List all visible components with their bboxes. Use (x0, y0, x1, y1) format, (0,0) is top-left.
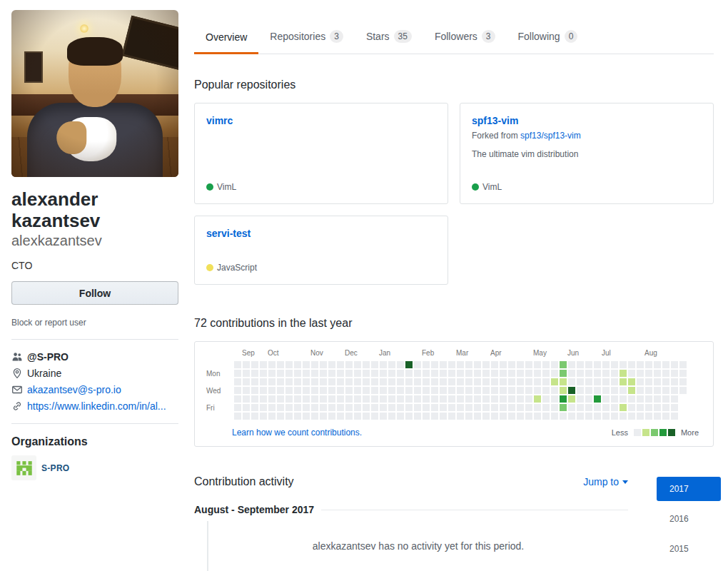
contribution-cell[interactable] (397, 395, 404, 403)
contribution-cell[interactable] (328, 370, 335, 377)
contribution-cell[interactable] (482, 378, 490, 385)
contribution-cell[interactable] (568, 404, 575, 411)
contribution-cell[interactable] (671, 361, 678, 368)
contribution-cell[interactable] (423, 404, 430, 411)
contribution-cell[interactable] (474, 395, 481, 403)
contribution-cell[interactable] (525, 378, 532, 385)
contribution-cell[interactable] (654, 413, 661, 420)
contribution-cell[interactable] (311, 387, 318, 394)
contribution-cell[interactable] (628, 361, 635, 368)
contribution-cell[interactable] (354, 370, 361, 377)
contribution-cell[interactable] (251, 404, 258, 411)
contribution-cell[interactable] (414, 378, 421, 385)
contribution-cell[interactable] (534, 395, 541, 403)
contribution-cell[interactable] (491, 361, 498, 368)
contribution-cell[interactable] (508, 395, 515, 403)
contribution-cell[interactable] (371, 395, 378, 403)
contribution-cell[interactable] (234, 395, 241, 403)
contribution-cell[interactable] (397, 387, 404, 394)
tab-overview[interactable]: Overview (194, 23, 258, 54)
contribution-cell[interactable] (671, 404, 678, 411)
contribution-cell[interactable] (525, 395, 532, 403)
contribution-cell[interactable] (285, 387, 293, 394)
contribution-cell[interactable] (602, 404, 610, 411)
contribution-cell[interactable] (551, 361, 558, 368)
contribution-cell[interactable] (380, 413, 387, 420)
contribution-cell[interactable] (620, 361, 627, 368)
contribution-cell[interactable] (268, 387, 275, 394)
contribution-cell[interactable] (671, 370, 678, 377)
contribution-cell[interactable] (474, 361, 481, 368)
contribution-cell[interactable] (560, 404, 567, 411)
contribution-cell[interactable] (277, 404, 284, 411)
tab-followers[interactable]: Followers 3 (423, 21, 507, 54)
contribution-cell[interactable] (440, 370, 447, 377)
contribution-cell[interactable] (525, 413, 532, 420)
contribution-cell[interactable] (243, 370, 250, 377)
contribution-cell[interactable] (482, 387, 490, 394)
contribution-cell[interactable] (285, 395, 293, 403)
contribution-cell[interactable] (602, 395, 610, 403)
contribution-cell[interactable] (500, 361, 507, 368)
contribution-cell[interactable] (508, 378, 515, 385)
contribution-cell[interactable] (448, 370, 455, 377)
contribution-cell[interactable] (491, 378, 498, 385)
contribution-cell[interactable] (628, 387, 635, 394)
contribution-cell[interactable] (491, 395, 498, 403)
contribution-cell[interactable] (311, 370, 318, 377)
contribution-cell[interactable] (363, 361, 370, 368)
year-2016-link[interactable]: 2016 (657, 507, 721, 531)
contribution-cell[interactable] (268, 378, 275, 385)
contribution-cell[interactable] (457, 404, 464, 411)
contribution-cell[interactable] (414, 361, 421, 368)
contribution-cell[interactable] (345, 387, 353, 394)
contribution-cell[interactable] (645, 361, 652, 368)
contribution-cell[interactable] (405, 404, 413, 411)
contribution-cell[interactable] (679, 361, 687, 368)
contribution-cell[interactable] (431, 387, 438, 394)
contribution-cell[interactable] (260, 378, 267, 385)
contribution-cell[interactable] (320, 404, 327, 411)
contribution-cell[interactable] (285, 370, 293, 377)
contribution-cell[interactable] (457, 387, 464, 394)
contribution-cell[interactable] (405, 361, 413, 368)
fork-source-link[interactable]: spf13/spf13-vim (520, 131, 581, 141)
contribution-cell[interactable] (423, 361, 430, 368)
contribution-cell[interactable] (294, 361, 301, 368)
year-2015-link[interactable]: 2015 (657, 537, 721, 561)
contribution-cell[interactable] (320, 395, 327, 403)
contribution-cell[interactable] (620, 378, 627, 385)
contribution-cell[interactable] (328, 378, 335, 385)
contribution-cell[interactable] (337, 413, 344, 420)
contribution-cell[interactable] (465, 395, 472, 403)
contribution-cell[interactable] (491, 413, 498, 420)
contribution-cell[interactable] (637, 361, 644, 368)
contribution-cell[interactable] (637, 387, 644, 394)
contribution-cell[interactable] (388, 413, 395, 420)
contribution-cell[interactable] (542, 378, 550, 385)
contribution-cell[interactable] (500, 378, 507, 385)
contribution-cell[interactable] (414, 370, 421, 377)
contribution-cell[interactable] (602, 413, 610, 420)
contribution-cell[interactable] (243, 361, 250, 368)
contribution-cell[interactable] (594, 387, 601, 394)
contribution-cell[interactable] (662, 361, 669, 368)
contribution-cell[interactable] (551, 413, 558, 420)
contribution-cell[interactable] (303, 387, 310, 394)
contribution-cell[interactable] (662, 370, 669, 377)
contribution-cell[interactable] (500, 370, 507, 377)
contribution-cell[interactable] (251, 413, 258, 420)
contribution-cell[interactable] (328, 387, 335, 394)
contribution-cell[interactable] (568, 387, 575, 394)
contribution-cell[interactable] (585, 370, 592, 377)
contribution-cell[interactable] (457, 370, 464, 377)
contribution-cell[interactable] (448, 395, 455, 403)
contribution-cell[interactable] (457, 395, 464, 403)
contribution-cell[interactable] (517, 387, 524, 394)
tab-repositories[interactable]: Repositories 3 (258, 21, 355, 54)
contribution-cell[interactable] (285, 378, 293, 385)
contribution-cell[interactable] (371, 378, 378, 385)
vcard-organization-label[interactable]: @S-PRO (27, 351, 69, 363)
contribution-cell[interactable] (397, 413, 404, 420)
contribution-cell[interactable] (337, 378, 344, 385)
